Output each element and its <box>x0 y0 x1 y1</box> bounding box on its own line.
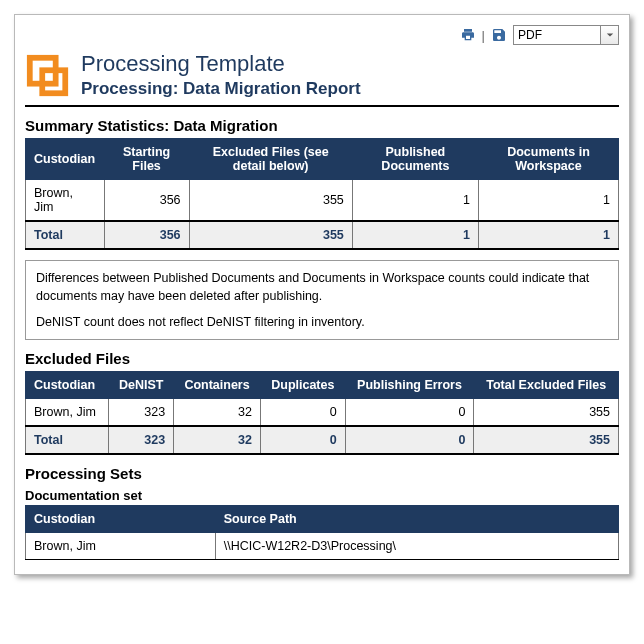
table-total-row: Total 323 32 0 0 355 <box>26 426 619 454</box>
cell-workspace: 1 <box>478 180 618 222</box>
col-custodian: Custodian <box>26 372 109 399</box>
page-title: Processing Template <box>81 51 361 77</box>
cell-custodian: Brown, Jim <box>26 399 109 427</box>
col-duplicates: Duplicates <box>260 372 345 399</box>
note-text: Differences between Published Documents … <box>36 269 608 305</box>
cell-excluded: 355 <box>189 180 352 222</box>
report-header: Processing Template Processing: Data Mig… <box>25 51 619 107</box>
cell: 0 <box>260 399 345 427</box>
cell-total: 323 <box>109 426 174 454</box>
table-row: Brown, Jim 356 355 1 1 <box>26 180 619 222</box>
chevron-down-icon[interactable] <box>601 25 619 45</box>
note-box: Differences between Published Documents … <box>25 260 619 340</box>
cell-total: 0 <box>345 426 474 454</box>
table-row: Brown, Jim \\HCIC-W12R2-D3\Processing\ <box>26 533 619 560</box>
col-workspace: Documents in Workspace <box>478 139 618 180</box>
cell: 32 <box>174 399 261 427</box>
cell: 0 <box>345 399 474 427</box>
cell-total: 1 <box>478 221 618 249</box>
cell-source-path: \\HCIC-W12R2-D3\Processing\ <box>215 533 618 560</box>
cell-total: 0 <box>260 426 345 454</box>
table-row: Brown, Jim 323 32 0 0 355 <box>26 399 619 427</box>
cell-total: 356 <box>104 221 189 249</box>
cell-published: 1 <box>352 180 478 222</box>
summary-title: Summary Statistics: Data Migration <box>25 117 619 134</box>
cell-custodian: Brown, Jim <box>26 533 216 560</box>
sets-title: Processing Sets <box>25 465 619 482</box>
col-custodian: Custodian <box>26 506 216 533</box>
toolbar-separator: | <box>482 28 485 43</box>
excluded-title: Excluded Files <box>25 350 619 367</box>
cell-total: 32 <box>174 426 261 454</box>
cell-custodian: Brown, Jim <box>26 180 105 222</box>
save-icon[interactable] <box>491 27 507 43</box>
print-icon[interactable] <box>460 27 476 43</box>
report-document: { "toolbar": { "export_format": "PDF" },… <box>14 14 630 575</box>
col-containers: Containers <box>174 372 261 399</box>
cell-total: 355 <box>474 426 619 454</box>
col-total-excluded: Total Excluded Files <box>474 372 619 399</box>
export-format-value[interactable] <box>513 25 601 45</box>
col-custodian: Custodian <box>26 139 105 180</box>
page-subtitle: Processing: Data Migration Report <box>81 79 361 99</box>
excluded-table: Custodian DeNIST Containers Duplicates P… <box>25 371 619 455</box>
logo-icon <box>25 51 71 99</box>
cell: 323 <box>109 399 174 427</box>
export-format-select[interactable] <box>513 25 619 45</box>
col-starting: Starting Files <box>104 139 189 180</box>
col-pub-errors: Publishing Errors <box>345 372 474 399</box>
col-published: Published Documents <box>352 139 478 180</box>
col-source-path: Source Path <box>215 506 618 533</box>
sets-table: Custodian Source Path Brown, Jim \\HCIC-… <box>25 505 619 560</box>
summary-table: Custodian Starting Files Excluded Files … <box>25 138 619 250</box>
set-name: Documentation set <box>25 488 619 503</box>
note-text: DeNIST count does not reflect DeNIST fil… <box>36 313 608 331</box>
cell-total-label: Total <box>26 221 105 249</box>
col-denist: DeNIST <box>109 372 174 399</box>
col-excluded: Excluded Files (see detail below) <box>189 139 352 180</box>
cell-total: 355 <box>189 221 352 249</box>
cell-total-label: Total <box>26 426 109 454</box>
toolbar: | <box>25 23 619 51</box>
cell-starting: 356 <box>104 180 189 222</box>
cell-total: 1 <box>352 221 478 249</box>
table-total-row: Total 356 355 1 1 <box>26 221 619 249</box>
cell: 355 <box>474 399 619 427</box>
